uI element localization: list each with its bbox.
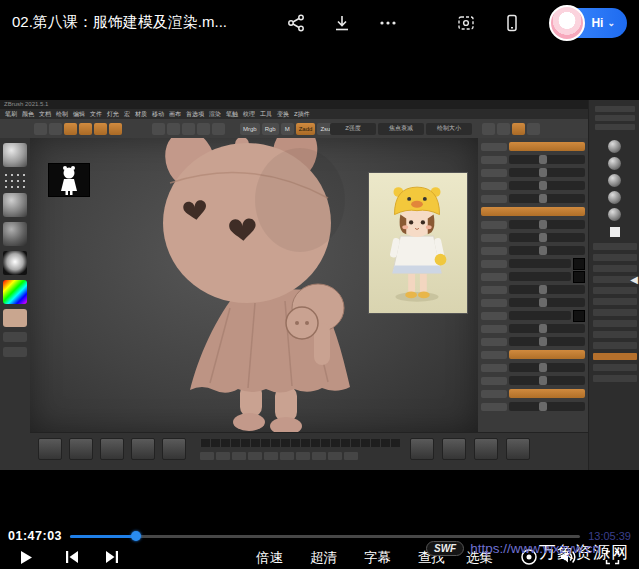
panel-row xyxy=(481,232,585,243)
shelf-button xyxy=(49,123,62,135)
avatar-greeting: Hi xyxy=(591,16,603,30)
video-player-page: 02.第八课：服饰建模及渲染.m... xyxy=(0,0,639,569)
brush-thumbnail xyxy=(3,222,27,246)
slider-thumb xyxy=(539,402,547,411)
tool-thumbnail xyxy=(474,438,498,460)
panel-button xyxy=(593,309,637,316)
row-label xyxy=(481,234,507,242)
cast-phone-icon[interactable] xyxy=(501,12,523,34)
shelf-slider: 焦点衰减 xyxy=(378,123,424,135)
far-right-spheres xyxy=(589,130,639,221)
row-label xyxy=(481,273,507,281)
speed-button[interactable]: 倍速 xyxy=(256,549,283,567)
shelf-small-group xyxy=(152,122,225,135)
panel-row xyxy=(481,349,585,360)
mode-button: Zadd xyxy=(296,123,316,135)
material-swatch xyxy=(3,309,27,327)
panel-row xyxy=(481,245,585,256)
row-label xyxy=(481,260,507,268)
shelf-button xyxy=(512,123,525,135)
panel-row xyxy=(481,297,585,308)
row-slider xyxy=(509,402,585,411)
timeline-button xyxy=(312,452,326,460)
video-frame[interactable]: ZBrush 2021.5.1 笔刷颜色文档绘制编辑文件灯光宏材质移动画布首选项… xyxy=(0,45,639,569)
slider-thumb xyxy=(539,233,547,242)
row-button xyxy=(509,389,585,398)
subtitles-button[interactable]: 字幕 xyxy=(364,549,391,567)
next-episode-button[interactable] xyxy=(104,549,120,565)
alpha-swatch xyxy=(610,227,620,237)
row-slider xyxy=(509,376,585,385)
watermark-url: https://www.wxzyw.cn xyxy=(470,541,600,556)
panel-row xyxy=(481,193,585,204)
row-label xyxy=(481,364,507,372)
menu-item: 画布 xyxy=(169,110,181,119)
user-avatar-pill[interactable]: Hi ⌄ xyxy=(551,8,627,38)
row-label xyxy=(481,312,507,320)
row-slider xyxy=(509,181,585,190)
more-icon[interactable] xyxy=(377,12,399,34)
row-slider xyxy=(509,337,585,346)
stroke-thumbnail xyxy=(3,172,27,188)
panel-button xyxy=(593,243,637,250)
shelf-toggle xyxy=(94,123,107,135)
panel-row xyxy=(481,167,585,178)
shelf-slider: Z强度 xyxy=(330,123,376,135)
tool-thumbnail xyxy=(506,438,530,460)
shelf-slider: 绘制大小 xyxy=(426,123,472,135)
screenshot-icon[interactable] xyxy=(455,12,477,34)
row-slider xyxy=(509,259,571,268)
shelf-button xyxy=(197,123,210,135)
row-slider xyxy=(509,246,585,255)
slider-thumb xyxy=(539,285,547,294)
download-icon[interactable] xyxy=(331,12,353,34)
row-slider xyxy=(509,298,585,307)
panel-row xyxy=(481,154,585,165)
shelf-button xyxy=(182,123,195,135)
row-label xyxy=(481,403,507,411)
menu-item: 颜色 xyxy=(22,110,34,119)
timeline-button xyxy=(328,452,342,460)
panel-row xyxy=(481,336,585,347)
row-label xyxy=(481,377,507,385)
tool-thumbnail xyxy=(162,438,186,460)
menu-item: 文件 xyxy=(90,110,102,119)
panel-button xyxy=(593,364,637,371)
panel-row xyxy=(481,258,585,269)
shelf-button xyxy=(497,123,510,135)
row-label xyxy=(481,390,507,398)
quality-button[interactable]: 超清 xyxy=(310,549,337,567)
material-thumbnail xyxy=(608,191,621,204)
character-model xyxy=(90,138,410,432)
timeline-button xyxy=(344,452,358,460)
slider-thumb xyxy=(539,337,547,346)
menu-item: 编辑 xyxy=(73,110,85,119)
panel-collapse-arrow: ◀ xyxy=(630,275,638,285)
alpha-thumbnail xyxy=(3,251,27,275)
timeline-button xyxy=(280,452,294,460)
panel-row xyxy=(481,323,585,334)
material-thumbnail xyxy=(608,174,621,187)
avatar xyxy=(549,5,585,41)
panel-button xyxy=(593,254,637,261)
timeline-button xyxy=(232,452,246,460)
tool-button xyxy=(3,332,27,342)
progress-bar[interactable] xyxy=(70,535,580,538)
panel-button xyxy=(593,320,637,327)
progress-knob[interactable] xyxy=(131,531,141,541)
row-slider xyxy=(509,363,585,372)
share-icon[interactable] xyxy=(285,12,307,34)
timeline-button xyxy=(264,452,278,460)
bottom-buttons xyxy=(200,452,358,460)
play-button[interactable] xyxy=(18,549,34,566)
zbrush-top-shelf: MrgbRgbMZaddZsub Z强度焦点衰减绘制大小 xyxy=(0,119,588,139)
previous-episode-button[interactable] xyxy=(64,549,80,565)
tool-palette xyxy=(478,138,588,445)
mode-button: M xyxy=(281,123,294,135)
panel-button xyxy=(593,342,637,349)
watermark-badge: SWF xyxy=(426,541,464,556)
shelf-button xyxy=(152,123,165,135)
row-label xyxy=(481,325,507,333)
timeline-button xyxy=(200,452,214,460)
chevron-down-icon: ⌄ xyxy=(607,18,615,28)
